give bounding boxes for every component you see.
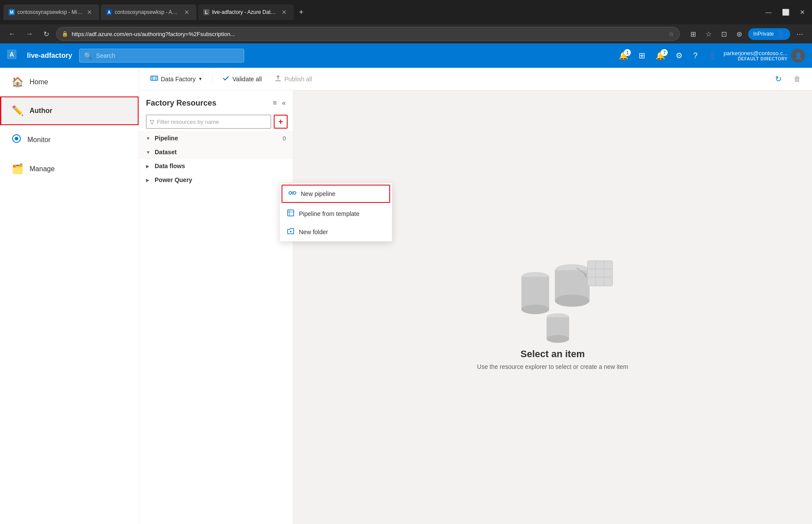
search-icon: 🔍: [84, 52, 93, 60]
tree-item-dataflows[interactable]: ▶ Data flows: [139, 159, 293, 173]
browser-tab-2[interactable]: A contososynapsewksp - Azure ✕: [101, 4, 196, 20]
refresh-button[interactable]: ↻: [771, 72, 786, 86]
favorites-button[interactable]: ☆: [702, 28, 715, 40]
sidebar-item-home[interactable]: 🏠 Home: [0, 68, 139, 96]
url-text: https://adf.azure.com/en-us/authoring?fa…: [72, 31, 665, 37]
user-avatar[interactable]: 👤: [791, 49, 805, 63]
add-icon: +: [278, 117, 283, 126]
tab1-title: contososynapsewksp - Micros: [17, 9, 83, 15]
menu-button[interactable]: ⋯: [793, 28, 807, 40]
maximize-button[interactable]: ⬜: [779, 7, 793, 17]
svg-text:A: A: [10, 51, 14, 58]
panel-header: Factory Resources ≡ «: [139, 94, 293, 112]
delete-button[interactable]: 🗑: [789, 72, 805, 86]
azure-header: A live-adfactory 🔍 🔔 1 ⊞ 🔔 7 ⚙ ? 👤 parke…: [0, 43, 812, 68]
sidebar-author-label: Author: [30, 107, 52, 115]
canvas-area: Select an item Use the resource explorer…: [293, 90, 812, 524]
tab1-close[interactable]: ✕: [85, 8, 94, 17]
pipeline-template-label: Pipeline from template: [299, 210, 359, 217]
app-name: live-adfactory: [27, 52, 72, 60]
tree-item-powerquery[interactable]: ▶ Power Query: [139, 173, 293, 187]
inprivate-button[interactable]: InPrivate 👤: [748, 28, 790, 40]
user-info[interactable]: parkerjones@contoso.c... DEFAULT DIRECTO…: [723, 49, 805, 63]
dropdown-item-new-pipeline[interactable]: New pipeline: [282, 185, 390, 203]
data-factory-selector[interactable]: Data Factory ▼: [146, 72, 207, 86]
azure-search-bar[interactable]: 🔍: [79, 49, 244, 63]
user-directory: DEFAULT DIRECTORY: [723, 56, 788, 61]
alerts-button[interactable]: 🔔 7: [651, 48, 669, 63]
settings-button[interactable]: ⚙: [671, 48, 687, 63]
sidebar-item-manage[interactable]: 🗂️ Manage: [0, 155, 139, 183]
publish-icon: [274, 74, 282, 83]
tree-item-pipeline[interactable]: ▼ Pipeline 0: [139, 131, 293, 145]
feedback-button[interactable]: 👤: [703, 48, 722, 63]
url-bar[interactable]: 🔒 https://adf.azure.com/en-us/authoring?…: [56, 27, 680, 41]
browser-tab-bar: M contososynapsewksp - Micros ✕ A contos…: [0, 0, 812, 24]
svg-point-24: [547, 335, 569, 343]
tab2-title: contososynapsewksp - Azure: [115, 9, 180, 15]
monitor-icon: [12, 134, 21, 146]
content-area: Factory Resources ≡ « ▽ +: [139, 90, 812, 524]
delete-icon: 🗑: [794, 75, 801, 83]
svg-point-25: [289, 192, 292, 194]
svg-rect-12: [587, 261, 613, 286]
sidebar-manage-label: Manage: [30, 165, 55, 173]
sidebar-home-label: Home: [30, 78, 48, 86]
svg-point-26: [293, 192, 296, 194]
new-pipeline-label: New pipeline: [301, 190, 335, 197]
panel-sort-button[interactable]: ≡: [271, 97, 278, 109]
cloud-shell-button[interactable]: ⊞: [634, 48, 650, 63]
tab2-close[interactable]: ✕: [182, 8, 191, 17]
dropdown-item-new-folder[interactable]: New folder: [280, 223, 392, 241]
new-tab-button[interactable]: +: [295, 6, 307, 19]
search-input[interactable]: [96, 52, 239, 59]
data-factory-label: Data Factory: [161, 76, 196, 83]
new-folder-icon: [287, 227, 295, 237]
window-controls: — ⬜ ✕: [762, 7, 809, 17]
close-button[interactable]: ✕: [796, 7, 809, 17]
extensions-button[interactable]: ⊞: [687, 28, 699, 40]
panel-collapse-button[interactable]: «: [280, 97, 288, 109]
tree-item-dataset[interactable]: ▼ Dataset: [139, 145, 293, 159]
pipeline-arrow: ▼: [146, 136, 151, 141]
lock-icon: 🔒: [62, 31, 68, 37]
filter-input[interactable]: [157, 119, 267, 125]
data-factory-icon: [150, 74, 158, 84]
resource-tree: ▼ Pipeline 0 ▼ Dataset ▶ Data flows: [139, 131, 293, 524]
canvas-title: Select an item: [520, 348, 585, 360]
svg-rect-20: [521, 277, 549, 309]
bookmark-icon[interactable]: ☆: [669, 30, 674, 37]
publish-all-button[interactable]: Publish all: [270, 72, 317, 86]
add-resource-button[interactable]: +: [274, 115, 288, 129]
pipeline-label: Pipeline: [155, 135, 279, 142]
dataflows-label: Data flows: [155, 163, 286, 169]
back-button[interactable]: ←: [5, 28, 19, 40]
browser-action-buttons: ⊞ ☆ ⊡ ⊛ InPrivate 👤 ⋯: [687, 28, 807, 40]
browser-tab-1[interactable]: M contososynapsewksp - Micros ✕: [3, 4, 99, 20]
share-button[interactable]: ⊛: [733, 28, 746, 40]
sidebar-item-monitor[interactable]: Monitor: [0, 125, 139, 155]
new-folder-label: New folder: [299, 229, 328, 235]
powerquery-label: Power Query: [155, 176, 286, 183]
sidebar-item-author[interactable]: ✏️ Author: [0, 96, 139, 125]
reload-button[interactable]: ↻: [40, 28, 53, 40]
help-button[interactable]: ?: [689, 49, 702, 63]
browser-tab-3[interactable]: L live-adfactory - Azure Data Fa ✕: [198, 4, 294, 20]
collections-button[interactable]: ⊡: [718, 28, 730, 40]
filter-input-wrap: ▽: [146, 115, 271, 129]
author-icon: ✏️: [12, 105, 23, 116]
tab3-close[interactable]: ✕: [280, 8, 288, 17]
user-name-block: parkerjones@contoso.c... DEFAULT DIRECTO…: [723, 50, 788, 61]
powerquery-arrow: ▶: [146, 178, 151, 182]
data-factory-chevron: ▼: [198, 76, 202, 81]
forward-button[interactable]: →: [23, 28, 36, 40]
panel-header-icons: ≡ «: [271, 97, 288, 109]
notifications-button[interactable]: 🔔 1: [614, 48, 633, 63]
dropdown-item-pipeline-template[interactable]: Pipeline from template: [280, 205, 392, 223]
filter-icon: ▽: [150, 119, 154, 125]
canvas-svg: [492, 244, 613, 348]
dataflows-arrow: ▶: [146, 164, 151, 169]
minimize-button[interactable]: —: [762, 7, 775, 17]
validate-all-button[interactable]: Validate all: [218, 72, 266, 86]
tab2-favicon: A: [106, 9, 112, 15]
